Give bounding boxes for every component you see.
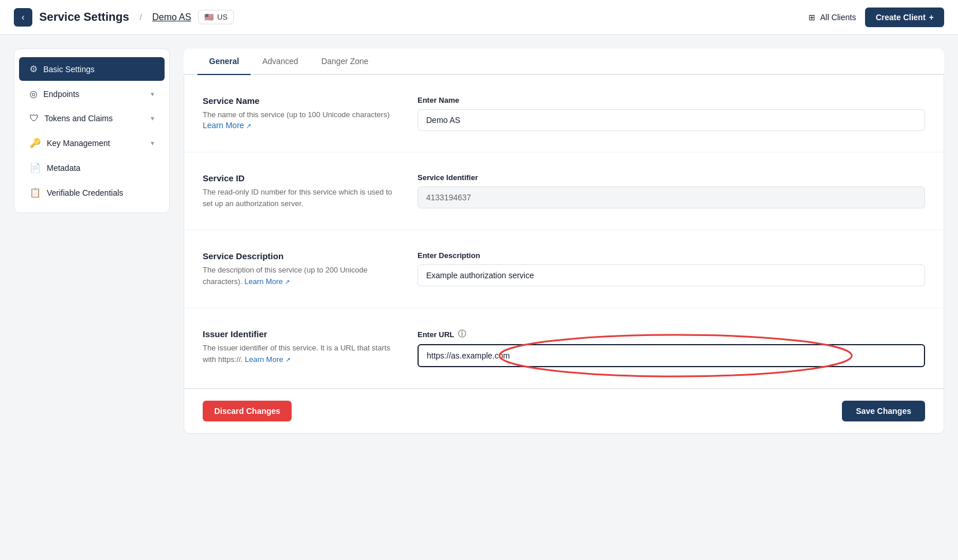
sidebar-item-label: Tokens and Claims [44, 114, 113, 123]
issuer-input-wrapper [418, 344, 925, 367]
sidebar-item-endpoints[interactable]: ◎ Endpoints ▾ [19, 82, 165, 106]
chevron-icon: ▾ [151, 114, 154, 122]
service-name-section: Service Name The name of this service (u… [184, 75, 944, 152]
service-description-input[interactable] [418, 264, 925, 286]
main-layout: ⚙ Basic Settings ◎ Endpoints ▾ 🛡 Tokens … [0, 35, 958, 560]
sidebar-item-left: 📄 Metadata [29, 162, 80, 173]
external-link-icon: ↗ [246, 122, 251, 129]
service-description-right: Enter Description [418, 251, 925, 286]
sidebar-item-basic-settings[interactable]: ⚙ Basic Settings [19, 57, 165, 81]
sidebar-item-left: 🛡 Tokens and Claims [29, 113, 113, 124]
locale-code: US [217, 13, 228, 21]
issuer-identifier-section: Issuer Identifier The issuer identifier … [184, 308, 944, 389]
sidebar-icon-verifiable-credentials: 📋 [29, 187, 41, 198]
back-button[interactable]: ‹ [14, 8, 32, 27]
flag-icon: 🇺🇸 [204, 13, 214, 21]
back-icon: ‹ [21, 12, 24, 23]
sidebar-item-label: Basic Settings [43, 65, 95, 74]
sidebar: ⚙ Basic Settings ◎ Endpoints ▾ 🛡 Tokens … [14, 48, 170, 213]
tab-advanced[interactable]: Advanced [251, 48, 310, 75]
create-client-label: Create Client [875, 13, 925, 22]
service-description-left: Service Description The description of t… [203, 251, 399, 287]
sidebar-item-label: Metadata [47, 163, 80, 173]
service-name-desc: The name of this service (up to 100 Unic… [203, 109, 399, 121]
all-clients-button[interactable]: ⊞ All Clients [808, 13, 856, 22]
service-description-label: Enter Description [418, 251, 925, 260]
sidebar-item-label: Endpoints [43, 89, 79, 99]
top-navigation: ‹ Service Settings / Demo AS 🇺🇸 US ⊞ All… [0, 0, 958, 35]
service-description-section: Service Description The description of t… [184, 230, 944, 308]
chevron-icon: ▾ [151, 139, 154, 147]
chevron-icon: ▾ [151, 90, 154, 98]
locale-badge[interactable]: 🇺🇸 US [198, 10, 234, 24]
sidebar-item-label: Key Management [47, 139, 110, 148]
sidebar-item-left: ◎ Endpoints [29, 88, 79, 99]
form-card: Service Name The name of this service (u… [184, 75, 944, 434]
service-name-label: Enter Name [418, 96, 925, 104]
tabs-bar: GeneralAdvancedDanger Zone [184, 48, 944, 75]
issuer-identifier-learn-more[interactable]: Learn More ↗ [245, 355, 290, 364]
all-clients-label: All Clients [820, 13, 856, 22]
issuer-url-input[interactable] [418, 344, 925, 367]
topnav-left: ‹ Service Settings / Demo AS 🇺🇸 US [14, 8, 234, 27]
issuer-identifier-left: Issuer Identifier The issuer identifier … [203, 329, 399, 365]
sidebar-item-left: 🔑 Key Management [29, 137, 110, 148]
sidebar-icon-tokens-claims: 🛡 [29, 113, 39, 124]
sidebar-item-key-management[interactable]: 🔑 Key Management ▾ [19, 131, 165, 155]
service-id-label: Service Identifier [418, 173, 925, 182]
sidebar-item-metadata[interactable]: 📄 Metadata [19, 156, 165, 180]
sidebar-item-left: 📋 Verifiable Credentials [29, 187, 123, 198]
sidebar-icon-endpoints: ◎ [29, 88, 38, 99]
external-link-icon-2: ↗ [285, 278, 290, 285]
service-name-left: Service Name The name of this service (u… [203, 96, 399, 130]
service-id-title: Service ID [203, 173, 399, 183]
service-name-learn-more[interactable]: Learn More ↗ [203, 121, 251, 130]
service-description-title: Service Description [203, 251, 399, 261]
plus-icon: + [929, 13, 934, 22]
grid-icon: ⊞ [808, 13, 815, 22]
service-name-right: Enter Name [418, 96, 925, 131]
save-changes-button[interactable]: Save Changes [842, 401, 925, 421]
sidebar-item-left: ⚙ Basic Settings [29, 64, 95, 74]
issuer-identifier-title: Issuer Identifier [203, 329, 399, 339]
service-id-desc: The read-only ID number for this service… [203, 186, 399, 209]
service-id-right: Service Identifier [418, 173, 925, 208]
issuer-identifier-right: Enter URL ⓘ [418, 329, 925, 367]
tab-general[interactable]: General [197, 48, 251, 75]
service-id-input [418, 186, 925, 208]
sidebar-icon-basic-settings: ⚙ [29, 64, 38, 74]
create-client-button[interactable]: Create Client + [865, 8, 944, 27]
breadcrumb-separator: / [140, 13, 142, 22]
form-footer: Discard Changes Save Changes [184, 389, 944, 433]
content-area: GeneralAdvancedDanger Zone Service Name … [184, 48, 944, 546]
service-description-learn-more[interactable]: Learn More ↗ [244, 277, 290, 286]
service-id-section: Service ID The read-only ID number for t… [184, 152, 944, 230]
service-id-left: Service ID The read-only ID number for t… [203, 173, 399, 209]
sidebar-item-verifiable-credentials[interactable]: 📋 Verifiable Credentials [19, 181, 165, 204]
topnav-right: ⊞ All Clients Create Client + [808, 8, 944, 27]
help-icon: ⓘ [458, 329, 466, 339]
service-description-desc: The description of this service (up to 2… [203, 264, 399, 287]
discard-changes-button[interactable]: Discard Changes [203, 401, 292, 421]
issuer-url-label: Enter URL ⓘ [418, 329, 925, 339]
sidebar-item-label: Verifiable Credentials [47, 188, 123, 197]
external-link-icon-3: ↗ [285, 356, 290, 363]
page-title: Service Settings [39, 10, 129, 24]
sidebar-icon-key-management: 🔑 [29, 137, 41, 148]
tab-danger-zone[interactable]: Danger Zone [310, 48, 380, 75]
service-name-title: Service Name [203, 96, 399, 106]
sidebar-icon-metadata: 📄 [29, 162, 41, 173]
sidebar-item-tokens-claims[interactable]: 🛡 Tokens and Claims ▾ [19, 107, 165, 130]
demo-link[interactable]: Demo AS [152, 12, 192, 23]
issuer-identifier-desc: The issuer identifier of this service. I… [203, 342, 399, 365]
service-name-input[interactable] [418, 109, 925, 131]
